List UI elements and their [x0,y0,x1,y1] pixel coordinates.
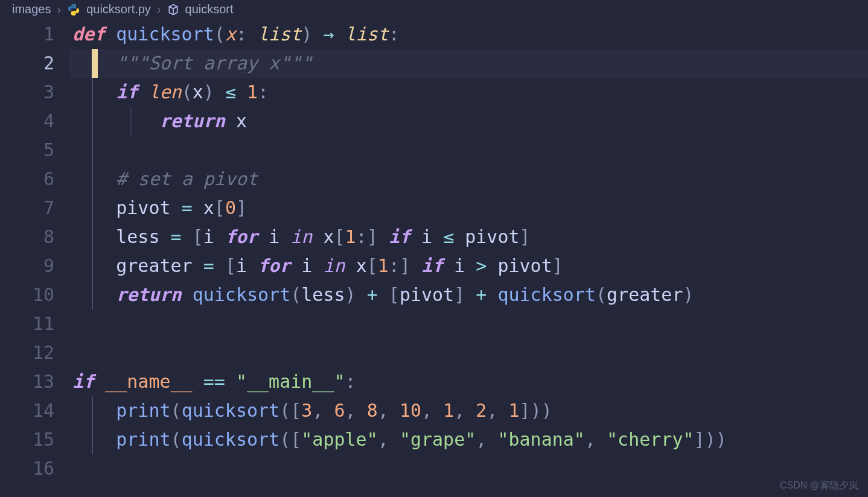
breadcrumb-symbol[interactable]: quicksort [185,2,234,16]
line-number: 3 [0,78,54,107]
code-line[interactable] [72,338,868,367]
line-number: 9 [0,252,54,280]
code-line[interactable]: greater = [i for i in x[1:] if i > pivot… [72,252,868,280]
line-number: 4 [0,107,54,136]
cursor-indicator [92,49,98,78]
watermark-text: CSDN @雾隐夕岚 [780,480,858,492]
code-line[interactable]: if __name__ == "__main__": [72,367,868,396]
line-number: 8 [0,223,54,252]
code-line[interactable]: if len(x) ≤ 1: [72,78,868,107]
code-line[interactable]: pivot = x[0] [72,194,868,223]
line-number: 15 [0,425,54,454]
line-number: 5 [0,136,54,165]
line-number: 14 [0,396,54,425]
code-line[interactable] [72,309,868,338]
code-line[interactable] [72,136,868,165]
chevron-right-icon: › [157,2,161,16]
code-line[interactable]: less = [i for i in x[1:] if i ≤ pivot] [72,223,868,252]
code-editor[interactable]: 1 2 3 4 5 6 7 8 9 10 11 12 13 14 15 16 d… [0,20,868,483]
code-line[interactable]: return x [72,107,868,136]
breadcrumb-folder[interactable]: images [12,2,51,16]
code-line[interactable]: def quicksort(x: list) → list: [72,20,868,49]
code-line[interactable]: print(quicksort(["apple", "grape", "bana… [72,425,868,454]
code-body[interactable]: def quicksort(x: list) → list: """Sort a… [72,20,868,483]
line-number: 12 [0,338,54,367]
breadcrumb[interactable]: images › quicksort.py › quicksort [0,0,868,20]
line-number: 1 [0,20,54,49]
line-number-gutter: 1 2 3 4 5 6 7 8 9 10 11 12 13 14 15 16 [0,20,72,483]
code-line[interactable]: return quicksort(less) + [pivot] + quick… [72,280,868,309]
line-number: 16 [0,454,54,483]
breadcrumb-file[interactable]: quicksort.py [86,2,151,16]
python-file-icon [67,3,80,16]
line-number: 7 [0,194,54,223]
line-number: 13 [0,367,54,396]
code-line[interactable]: print(quicksort([3, 6, 8, 10, 1, 2, 1])) [72,396,868,425]
line-number: 11 [0,309,54,338]
code-line[interactable]: """Sort array x""" [72,49,868,78]
line-number: 6 [0,165,54,194]
code-line[interactable] [72,454,868,483]
line-number: 2 [0,49,54,78]
symbol-method-icon [167,4,179,16]
line-number: 10 [0,280,54,309]
chevron-right-icon: › [57,2,61,16]
code-line[interactable]: # set a pivot [72,165,868,194]
